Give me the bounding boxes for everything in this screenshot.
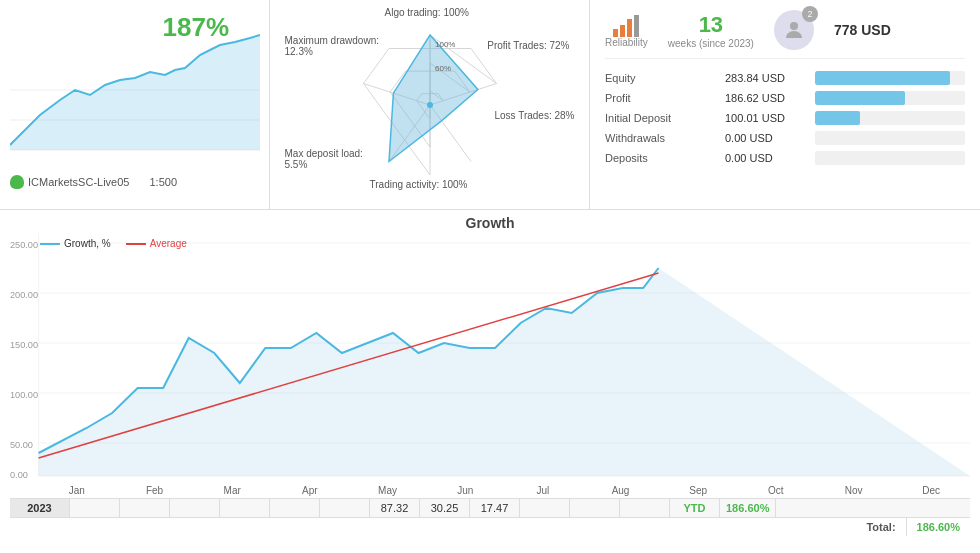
- year-cell: 2023: [10, 499, 70, 517]
- metrics-value: 186.62 USD: [725, 92, 815, 104]
- leverage: 1:500: [149, 176, 177, 188]
- growth-percentage: 187%: [163, 12, 230, 43]
- metrics-value: 100.01 USD: [725, 112, 815, 124]
- bottom-section: Growth Growth, % Average 250.00 200.00 1…: [0, 210, 980, 553]
- metrics-bar: [815, 111, 860, 125]
- metrics-bar-container: [815, 111, 965, 125]
- svg-text:22: 22: [593, 481, 603, 483]
- legend-growth-label: Growth, %: [64, 238, 111, 249]
- svg-point-12: [427, 102, 433, 108]
- mar-cell: [170, 499, 220, 517]
- svg-text:10: 10: [286, 481, 296, 483]
- svg-text:28: 28: [746, 481, 756, 483]
- may-cell: [270, 499, 320, 517]
- bar1: [613, 29, 618, 37]
- svg-text:6: 6: [186, 481, 191, 483]
- jun-cell: [320, 499, 370, 517]
- left-panel: 187% ICMarketsSC-Live05 1:500: [0, 0, 270, 209]
- growth-chart-svg: 250.00 200.00 150.00 100.00 50.00 0.00 0…: [10, 233, 970, 483]
- svg-text:60%: 60%: [435, 64, 451, 73]
- dec-cell: [620, 499, 670, 517]
- radar-chart: Algo trading: 100% Profit Trades: 72% Lo…: [280, 5, 580, 205]
- metrics-bar-container: [815, 131, 965, 145]
- legend-growth: Growth, %: [40, 238, 111, 249]
- nov-cell: [570, 499, 620, 517]
- metrics-label: Initial Deposit: [605, 112, 725, 124]
- svg-point-15: [790, 22, 798, 30]
- legend-average-label: Average: [150, 238, 187, 249]
- ytd-label-cell: YTD: [670, 499, 720, 517]
- svg-text:0: 0: [33, 481, 38, 483]
- metrics-bar-container: [815, 91, 965, 105]
- svg-text:18: 18: [491, 481, 501, 483]
- top-stats: Reliability 13 weeks (since 2023) 2 778 …: [605, 10, 965, 59]
- jul-cell: 87.32: [370, 499, 420, 517]
- svg-marker-11: [389, 35, 478, 162]
- metrics-label: Deposits: [605, 152, 725, 164]
- ytd-value-cell: 186.60%: [720, 499, 776, 517]
- chart-title: Growth: [10, 215, 970, 231]
- weeks-label: weeks (since 2023): [668, 38, 754, 49]
- metrics-value: 0.00 USD: [725, 152, 815, 164]
- metrics-value: 283.84 USD: [725, 72, 815, 84]
- account-name: ICMarketsSC-Live05: [28, 176, 129, 188]
- svg-text:14: 14: [388, 481, 398, 483]
- metrics-label: Profit: [605, 92, 725, 104]
- metrics-bar: [815, 91, 905, 105]
- bar4: [634, 15, 639, 37]
- avatar-badge: 2: [802, 6, 818, 22]
- svg-text:30: 30: [797, 481, 807, 483]
- jan-cell: [70, 499, 120, 517]
- reliability-label: Reliability: [605, 37, 648, 48]
- account-badge: ICMarketsSC-Live05: [10, 175, 129, 189]
- svg-text:100.00: 100.00: [10, 390, 38, 400]
- metrics-row: Deposits 0.00 USD: [605, 151, 965, 165]
- metrics-bar-container: [815, 71, 965, 85]
- usd-block: 778 USD: [834, 22, 891, 38]
- reliability-block: Reliability: [605, 13, 648, 48]
- metrics-label: Equity: [605, 72, 725, 84]
- svg-text:50.00: 50.00: [10, 440, 33, 450]
- svg-text:250.00: 250.00: [10, 240, 38, 250]
- account-info: ICMarketsSC-Live05 1:500: [10, 175, 259, 189]
- weeks-block: 13 weeks (since 2023): [668, 12, 754, 49]
- chart-legend: Growth, % Average: [40, 238, 187, 249]
- sep-cell: 17.47: [470, 499, 520, 517]
- metrics-row: Withdrawals 0.00 USD: [605, 131, 965, 145]
- legend-average: Average: [126, 238, 187, 249]
- total-value: 186.60%: [907, 518, 970, 536]
- shield-icon: [10, 175, 24, 189]
- metrics-row: Equity 283.84 USD: [605, 71, 965, 85]
- metrics-row: Initial Deposit 100.01 USD: [605, 111, 965, 125]
- apr-cell: [220, 499, 270, 517]
- weeks-value: 13: [699, 12, 723, 38]
- svg-text:34: 34: [899, 481, 909, 483]
- average-line-legend: [126, 243, 146, 245]
- growth-line-legend: [40, 243, 60, 245]
- svg-text:24: 24: [644, 481, 654, 483]
- oct-cell: [520, 499, 570, 517]
- aug-cell: 30.25: [420, 499, 470, 517]
- svg-text:4: 4: [135, 481, 140, 483]
- svg-text:20: 20: [542, 481, 552, 483]
- bar3: [627, 19, 632, 37]
- usd-value: 778 USD: [834, 22, 891, 38]
- svg-text:100%: 100%: [435, 40, 455, 49]
- radar-panel: Algo trading: 100% Profit Trades: 72% Lo…: [270, 0, 590, 209]
- reliability-icon: [613, 13, 639, 37]
- svg-text:12: 12: [337, 481, 347, 483]
- svg-text:150.00: 150.00: [10, 340, 38, 350]
- bar2: [620, 25, 625, 37]
- svg-text:200.00: 200.00: [10, 290, 38, 300]
- total-row: Total: 186.60%: [10, 517, 970, 536]
- svg-text:32: 32: [848, 481, 858, 483]
- right-panel: Reliability 13 weeks (since 2023) 2 778 …: [590, 0, 980, 209]
- total-label: Total:: [856, 518, 906, 536]
- feb-cell: [120, 499, 170, 517]
- svg-text:8: 8: [238, 481, 243, 483]
- metrics-table: Equity 283.84 USD Profit 186.62 USD Init…: [605, 71, 965, 165]
- metrics-row: Profit 186.62 USD: [605, 91, 965, 105]
- svg-text:2: 2: [84, 481, 89, 483]
- chart-area: Growth, % Average 250.00 200.00 150.00 1…: [10, 233, 970, 493]
- metrics-bar-container: [815, 151, 965, 165]
